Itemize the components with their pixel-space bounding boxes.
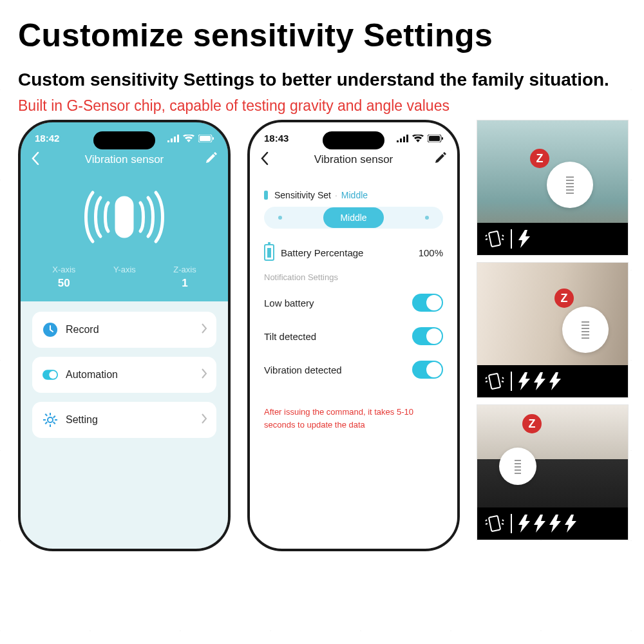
chevron-right-icon [202,323,207,336]
back-button[interactable] [31,151,40,168]
lightning-bolt-icon [534,372,545,390]
zigbee-badge: Z [522,414,542,433]
section-notif: Notification Settings [264,272,443,282]
svg-rect-3 [117,198,132,236]
axes-readout: X-axis50 Y-axis Z-axis1 [21,265,228,290]
back-button[interactable] [260,151,269,168]
clock-icon [43,322,58,337]
z-axis-value: 1 [173,277,196,290]
svg-rect-9 [429,136,440,141]
dynamic-island [323,131,384,149]
subheading: Custom sensitivity Settings to better un… [18,68,626,91]
delay-note: After issuing the command, it takes 5-10… [264,406,443,431]
lightning-bolt-icon [518,230,530,248]
menu-record[interactable]: Record [32,312,216,348]
signal-icon [397,135,408,142]
svg-rect-13 [489,516,500,531]
chevron-left-icon [31,151,40,166]
tile-door-handle: Z [477,262,629,398]
gear-icon [43,412,58,428]
status-time: 18:42 [35,133,59,144]
sensor-disc-icon [562,307,609,353]
pencil-icon [205,151,218,164]
example-tiles: Z Z [477,120,629,540]
sensitivity-pill: Middle [323,207,383,228]
lightning-bolt-icon [549,372,561,390]
phone-vibrate-icon [485,372,504,391]
sensitivity-value: Middle [341,190,368,200]
toggle-vibration-label: Vibration detected [264,365,342,375]
svg-point-6 [49,371,57,379]
lightning-bolt-icon [518,515,530,533]
toggle-low-battery-label: Low battery [264,298,314,308]
edit-button[interactable] [205,151,218,167]
menu-automation-label: Automation [66,369,118,381]
toggle-tilt[interactable]: Tilt detected [264,319,443,353]
switch-on-icon [412,327,443,345]
svg-rect-1 [200,136,211,141]
zigbee-badge: Z [530,149,549,168]
dynamic-island [93,131,155,149]
wifi-icon [183,135,194,142]
edit-button[interactable] [434,151,447,167]
screen-title: Vibration sensor [85,153,164,166]
intensity-bolts [518,372,561,390]
sensor-disc-icon [547,162,593,208]
svg-rect-12 [489,374,500,389]
menu-automation[interactable]: Automation [32,357,216,393]
switch-on-icon [412,294,443,312]
status-time: 18:43 [264,133,289,144]
sensitivity-slider[interactable]: Middle [264,207,443,229]
x-axis-value: 50 [52,277,75,290]
svg-point-7 [48,417,53,422]
phone-vibrate-icon [485,229,504,249]
phone-right: 18:43 Vibration sensor [247,120,460,551]
phone-vibrate-icon [485,514,504,533]
svg-rect-11 [489,231,500,247]
chevron-right-icon [202,413,207,426]
sensor-disc-icon [499,448,536,485]
zigbee-badge: Z [554,289,574,308]
toggle-vibration[interactable]: Vibration detected [264,353,443,386]
svg-rect-2 [213,137,214,140]
phone-left: 18:42 Vibration sensor [18,120,231,551]
menu-record-label: Record [66,324,99,336]
menu-setting-label: Setting [66,414,98,426]
toggle-low-battery[interactable]: Low battery [264,286,443,319]
battery-label: Battery Percentage [281,247,363,258]
x-axis-label: X-axis [52,265,75,274]
signal-icon [167,135,179,142]
chevron-right-icon [202,368,207,381]
pencil-icon [434,151,447,164]
toggle-tilt-label: Tilt detected [264,331,316,342]
tile-curtain: Z [477,120,629,256]
page-title: Customize sensitivity Settings [18,17,626,54]
wifi-icon [412,135,424,142]
chevron-left-icon [260,151,269,166]
menu-setting[interactable]: Setting [32,402,216,438]
battery-icon [428,135,443,142]
intensity-bolts [518,515,576,533]
lightning-bolt-icon [518,372,530,390]
intensity-bolts [518,230,530,248]
sensitivity-row: Sensitivity Set · Middle [264,190,443,200]
vibration-hero-icon [21,187,228,247]
lightning-bolt-icon [549,515,561,533]
feature-redline: Built in G-Sensor chip, capable of testi… [18,97,626,115]
battery-icon [198,135,214,142]
battery-icon [264,244,274,261]
toggle-icon [43,367,58,383]
sensitivity-label: Sensitivity Set [274,190,331,200]
svg-rect-10 [442,137,443,140]
lightning-bolt-icon [565,515,576,533]
screen-title: Vibration sensor [314,153,393,166]
z-axis-label: Z-axis [173,265,196,274]
sensor-mini-icon [264,191,268,200]
battery-row: Battery Percentage 100% [264,244,443,261]
battery-value: 100% [419,247,443,258]
tile-safe: Z [477,404,629,540]
y-axis-label: Y-axis [113,265,136,274]
lightning-bolt-icon [534,515,545,533]
switch-on-icon [412,361,443,379]
